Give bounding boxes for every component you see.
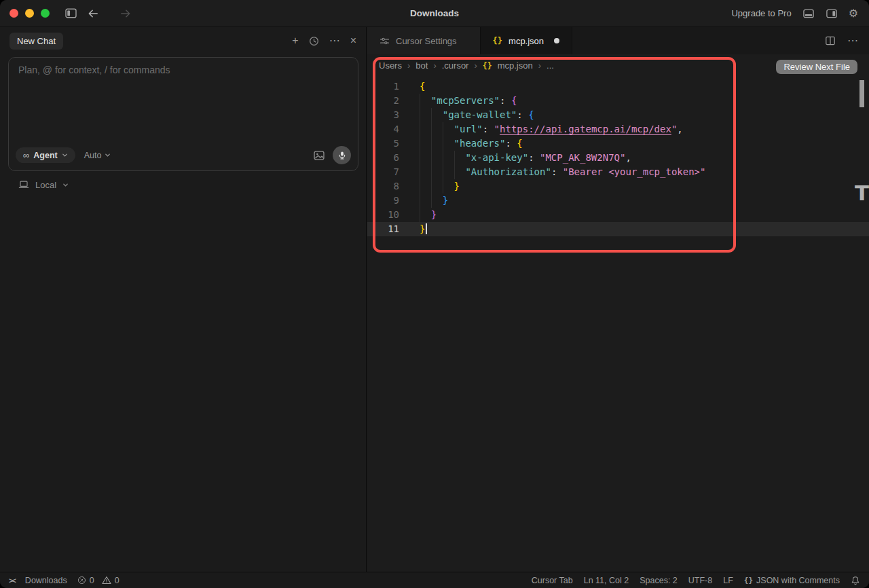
attach-image-icon[interactable] (313, 149, 325, 162)
braces-icon: {} (744, 576, 753, 585)
line-number: 10 (367, 208, 399, 222)
cursor-position-status[interactable]: Ln 11, Col 2 (584, 576, 629, 585)
line-number: 5 (367, 136, 399, 151)
toggle-sidebar-icon[interactable] (64, 7, 77, 20)
split-editor-icon[interactable] (825, 35, 836, 46)
tab-new-chat[interactable]: New Chat (10, 33, 63, 50)
agent-mode-label: Agent (33, 151, 57, 160)
model-dropdown[interactable]: Auto (84, 151, 111, 160)
code-line[interactable]: 3 "gate-wallet": { (367, 108, 869, 122)
code-text: } (399, 208, 437, 222)
editor-body[interactable]: Users›bot›.cursor›{}mcp.json›... 1{2 "mc… (367, 54, 869, 572)
code-text: { (399, 79, 425, 94)
indentation-status[interactable]: Spaces: 2 (640, 576, 678, 585)
line-number: 3 (367, 108, 399, 122)
close-window-button[interactable] (10, 9, 18, 18)
model-label: Auto (84, 151, 102, 160)
new-chat-plus-icon[interactable]: + (292, 35, 298, 46)
editor-group: Cursor Settings {} mcp.json ⋯ Users›bot›… (367, 27, 869, 572)
code-line[interactable]: 1{ (367, 79, 869, 94)
error-icon (77, 576, 86, 585)
local-label: Local (35, 180, 56, 190)
workspace-name[interactable]: Downloads (25, 576, 67, 585)
window-controls (10, 9, 50, 18)
review-next-file-button[interactable]: Review Next File (776, 60, 857, 74)
line-number: 6 (367, 151, 399, 165)
breadcrumb-separator: › (538, 60, 541, 71)
unsaved-changes-dot[interactable] (554, 38, 559, 43)
microphone-icon (337, 151, 347, 160)
line-number: 8 (367, 179, 399, 194)
code-line[interactable]: 7 "Authorization": "Bearer <your_mcp_tok… (367, 165, 869, 179)
breadcrumb-item[interactable]: ... (547, 60, 554, 71)
language-label: JSON with Comments (756, 576, 840, 585)
breadcrumb-separator: › (407, 60, 410, 71)
code-text: "headers": { (399, 136, 523, 151)
breadcrumb-item[interactable]: .cursor (442, 60, 469, 71)
infinity-icon: ∞ (23, 150, 29, 160)
line-number: 4 (367, 122, 399, 136)
code-line[interactable]: 4 "url": "https://api.gatemcp.ai/mcp/dex… (367, 122, 869, 136)
minimize-window-button[interactable] (25, 9, 34, 18)
breadcrumb-item[interactable]: Users (379, 60, 402, 71)
voice-input-button[interactable] (333, 146, 351, 164)
code-text: "gate-wallet": { (399, 108, 534, 122)
eol-status[interactable]: LF (723, 576, 733, 585)
code-line[interactable]: 11} (367, 222, 869, 236)
code-text: } (399, 222, 427, 236)
code-line[interactable]: 8 } (367, 179, 869, 194)
laptop-icon (18, 179, 29, 190)
problems-indicator[interactable]: 0 0 (77, 576, 119, 585)
upgrade-to-pro-link[interactable]: Upgrade to Pro (731, 8, 791, 18)
editor-scrollbar-thumb[interactable] (859, 80, 864, 107)
chat-input-placeholder: Plan, @ for context, / for commands (18, 65, 170, 75)
line-number: 2 (367, 94, 399, 108)
chat-panel: New Chat + ⋯ × Plan, @ for context, / fo… (0, 27, 367, 572)
code-line[interactable]: 2 "mcpServers": { (367, 94, 869, 108)
status-bar: >< Downloads 0 0 Cursor Tab Ln 11, Col 2… (0, 572, 869, 588)
tab-cursor-settings[interactable]: Cursor Settings (367, 27, 481, 54)
breadcrumb-separator: › (474, 60, 477, 71)
code-text: "url": "https://api.gatemcp.ai/mcp/dex", (399, 122, 683, 136)
code-line[interactable]: 6 "x-api-key": "MCP_AK_8W2N7Q", (367, 151, 869, 165)
breadcrumb-item[interactable]: mcp.json (498, 60, 533, 71)
code-text: "mcpServers": { (399, 94, 517, 108)
code-line[interactable]: 9 } (367, 194, 869, 208)
encoding-status[interactable]: UTF-8 (688, 576, 712, 585)
forward-arrow-icon[interactable] (119, 7, 132, 20)
braces-icon: {} (493, 36, 502, 45)
more-actions-icon[interactable]: ⋯ (329, 35, 340, 46)
editor-more-actions-icon[interactable]: ⋯ (847, 35, 858, 46)
chevron-down-icon (62, 182, 69, 188)
text-annotation-artifact: T (855, 181, 869, 205)
code-line[interactable]: 10 } (367, 208, 869, 222)
toggle-secondary-sidebar-icon[interactable] (826, 7, 838, 20)
remote-indicator-icon[interactable]: >< (9, 576, 15, 585)
tab-mcp-json[interactable]: {} mcp.json (481, 27, 572, 54)
local-context-dropdown[interactable]: Local (18, 179, 69, 190)
warning-icon (102, 576, 111, 585)
code-text: } (399, 179, 460, 194)
zoom-window-button[interactable] (41, 9, 50, 18)
chat-input[interactable]: Plan, @ for context, / for commands ∞ Ag… (8, 57, 358, 171)
breadcrumb-item[interactable]: bot (415, 60, 428, 71)
code-area[interactable]: 1{2 "mcpServers": {3 "gate-wallet": {4 "… (367, 79, 869, 236)
toggle-panel-icon[interactable] (802, 7, 815, 20)
language-mode-status[interactable]: {} JSON with Comments (744, 576, 840, 585)
code-text: } (399, 194, 448, 208)
settings-gear-icon[interactable]: ⚙ (849, 8, 858, 19)
code-line[interactable]: 5 "headers": { (367, 136, 869, 151)
notifications-bell-icon[interactable] (851, 576, 860, 585)
cursor-tab-status[interactable]: Cursor Tab (532, 576, 573, 585)
sliders-icon (380, 36, 390, 46)
tab-label: mcp.json (509, 36, 544, 46)
title-bar: Downloads Upgrade to Pro ⚙ (0, 0, 869, 27)
close-chat-icon[interactable]: × (350, 35, 356, 46)
chevron-down-icon (105, 152, 111, 158)
agent-mode-dropdown[interactable]: ∞ Agent (16, 147, 75, 163)
chevron-down-icon (62, 152, 68, 158)
code-text: "x-api-key": "MCP_AK_8W2N7Q", (399, 151, 631, 165)
text-cursor-caret (426, 223, 427, 234)
back-arrow-icon[interactable] (87, 7, 99, 20)
history-clock-icon[interactable] (309, 36, 319, 46)
